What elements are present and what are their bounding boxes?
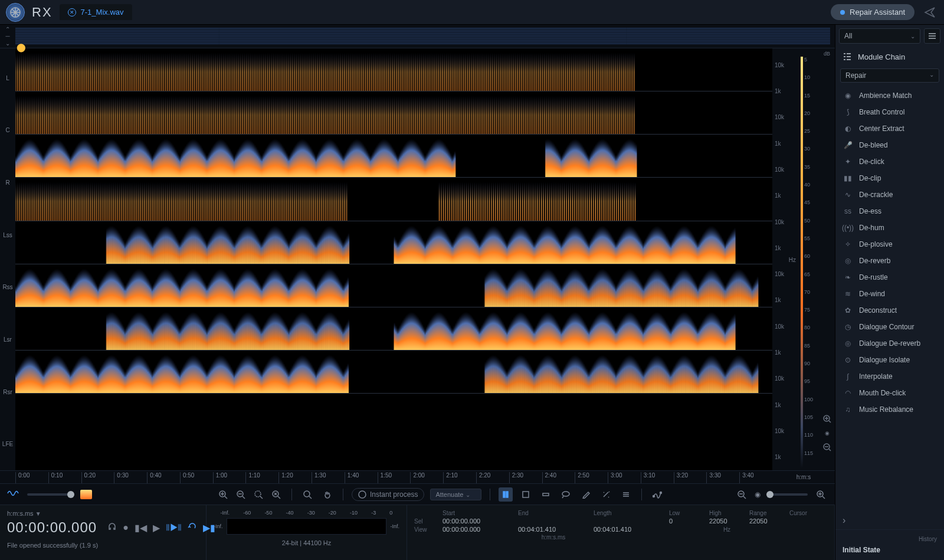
zoom-in-h-icon[interactable]	[814, 487, 828, 502]
expand-modules-icon[interactable]: ›	[835, 512, 944, 529]
module-item[interactable]: ssDe-ess	[835, 203, 944, 220]
meter-left-limit: -Inf.	[214, 523, 223, 529]
module-icon: ◠	[843, 388, 853, 398]
send-icon[interactable]	[922, 4, 938, 21]
svg-point-14	[653, 495, 654, 497]
timeline-unit: h:m:s	[772, 471, 835, 483]
magic-wand-tool-icon[interactable]	[599, 487, 613, 502]
freq-select-tool-icon[interactable]	[539, 487, 553, 502]
module-item[interactable]: ◷Dialogue Contour	[835, 319, 944, 335]
overview-waveform[interactable]	[15, 27, 830, 45]
module-item[interactable]: ∿De-crackle	[835, 186, 944, 203]
db-colorbar	[801, 57, 803, 468]
app-logo-icon	[6, 3, 25, 22]
brush-tool-icon[interactable]	[579, 487, 593, 502]
find-icon[interactable]	[300, 487, 314, 502]
svg-point-13	[562, 492, 569, 496]
zoom-slider[interactable]	[766, 493, 808, 496]
amplitude-fit-icon[interactable]: ◉	[822, 428, 832, 438]
module-icon: ▮▮	[843, 173, 853, 184]
module-item[interactable]: ◐Center Extract	[835, 120, 944, 137]
module-category-select[interactable]: Repair⌄	[840, 68, 939, 83]
horiz-bands-tool-icon[interactable]	[619, 487, 633, 502]
zoom-out-h-icon[interactable]	[735, 487, 749, 502]
zoom-fit-icon[interactable]	[269, 487, 283, 502]
zoom-reset-icon[interactable]: ◉	[755, 490, 761, 499]
freq-range[interactable]: 22050	[749, 518, 785, 525]
history-label: History	[843, 536, 937, 542]
module-item[interactable]: ≋De-wind	[835, 286, 944, 302]
zoom-out-amplitude-icon[interactable]	[822, 442, 832, 453]
module-item[interactable]: ❧De-rustle	[835, 269, 944, 286]
repair-assistant-button[interactable]: Repair Assistant	[831, 4, 914, 20]
module-item[interactable]: ◎De-reverb	[835, 253, 944, 269]
channel-label: Lss	[0, 209, 15, 261]
module-item[interactable]: ▮▮De-clip	[835, 170, 944, 186]
channel-label: Lsr	[0, 313, 15, 366]
skip-back-icon[interactable]: ▮◀	[135, 522, 147, 533]
module-item[interactable]: ♫Music Rebalance	[835, 401, 944, 418]
module-icon: ∫	[843, 371, 853, 382]
level-meter	[227, 518, 387, 535]
sel-start[interactable]: 00:00:00.000	[442, 518, 513, 525]
overview-collapse-button[interactable]: ⌃─⌄	[0, 25, 15, 48]
module-item[interactable]: ∫Interpolate	[835, 368, 944, 385]
module-item[interactable]: ◉Ambience Match	[835, 87, 944, 104]
module-icon: ⊙	[843, 355, 853, 365]
module-icon: ◐	[843, 123, 853, 134]
module-item[interactable]: ((•))De-hum	[835, 220, 944, 236]
timeline-ruler[interactable]: 0:000:100:200:300:400:501:001:101:201:30…	[15, 471, 772, 483]
instant-process-button[interactable]: Instant process	[352, 488, 424, 501]
view-end[interactable]: 00:04:01.410	[518, 526, 589, 533]
zoom-in-amplitude-icon[interactable]	[822, 414, 832, 424]
spectrogram-display[interactable]: ⬤	[15, 48, 772, 470]
freq-high[interactable]: 22050	[709, 518, 745, 525]
play-selection-icon[interactable]: ⦀▶⦀	[166, 522, 182, 533]
svg-rect-11	[523, 492, 529, 497]
module-chain-button[interactable]: Module Chain	[835, 47, 944, 66]
history-item[interactable]: Initial State	[843, 546, 937, 554]
meter-right-limit: -Inf.	[390, 523, 399, 529]
process-mode-select[interactable]: Attenuate ⌄	[430, 489, 481, 500]
pan-hand-icon[interactable]	[320, 487, 335, 502]
close-tab-icon[interactable]: ✕	[68, 8, 76, 17]
zoom-out-icon[interactable]	[234, 487, 248, 502]
play-icon[interactable]: ▶	[153, 522, 160, 533]
lasso-tool-icon[interactable]	[559, 487, 573, 502]
view-length[interactable]: 00:04:01.410	[594, 526, 664, 533]
record-icon[interactable]: ●	[123, 522, 129, 533]
svg-point-15	[660, 492, 661, 493]
time-freq-select-tool-icon[interactable]	[519, 487, 533, 502]
headphones-icon[interactable]	[107, 522, 117, 533]
module-item[interactable]: 🎤De-bleed	[835, 137, 944, 153]
file-tab[interactable]: ✕ 7-1_Mix.wav	[60, 4, 132, 20]
transport-time: 00:00:00.000	[7, 519, 97, 536]
time-format-label[interactable]: h:m:s.ms ▼	[7, 510, 199, 517]
view-start[interactable]: 00:00:00.000	[442, 526, 513, 533]
zoom-selection-icon[interactable]	[251, 487, 266, 502]
waveform-view-icon[interactable]	[7, 489, 21, 500]
view-blend-slider[interactable]	[27, 493, 74, 496]
module-item[interactable]: ✦De-click	[835, 153, 944, 170]
module-item[interactable]: ✧De-plosive	[835, 236, 944, 253]
channel-label: R	[0, 156, 15, 209]
module-item[interactable]: ⟆Breath Control	[835, 104, 944, 120]
module-filter-select[interactable]: All⌄	[839, 28, 920, 44]
repair-assistant-dot-icon	[840, 10, 845, 15]
status-text: File opened successfully (1.9 s)	[7, 542, 199, 549]
freq-low[interactable]: 0	[669, 518, 704, 525]
spectrogram-view-icon[interactable]	[80, 490, 92, 499]
contour-tool-icon[interactable]	[650, 487, 664, 502]
loop-icon[interactable]	[188, 522, 197, 533]
zoom-in-icon[interactable]	[216, 487, 230, 502]
module-item[interactable]: ⊙Dialogue Isolate	[835, 352, 944, 368]
channel-label: LFE	[0, 418, 15, 470]
module-item[interactable]: ◎Dialogue De-reverb	[835, 335, 944, 352]
panel-menu-icon[interactable]	[924, 28, 940, 44]
module-item[interactable]: ◠Mouth De-click	[835, 385, 944, 401]
time-select-tool-icon[interactable]	[499, 487, 513, 502]
module-icon: ss	[843, 206, 853, 217]
module-item[interactable]: ✿Deconstruct	[835, 302, 944, 319]
module-icon: ◷	[843, 322, 853, 332]
channel-label: Rsr	[0, 366, 15, 418]
